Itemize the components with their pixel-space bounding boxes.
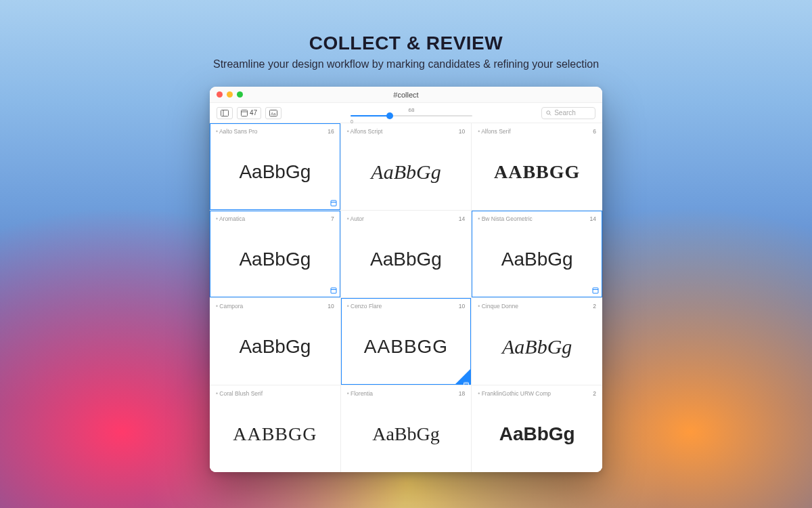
font-cell[interactable]: Aromatica7AaBbGg	[210, 211, 340, 297]
font-cell-header: Alfons Script10	[342, 124, 471, 135]
font-cell-header: Autor14	[342, 211, 471, 222]
font-cell-header: Alfons Serif6	[472, 124, 602, 135]
minimize-button[interactable]	[227, 91, 233, 98]
font-cell-header: Aromatica7	[210, 211, 340, 222]
font-cell[interactable]: Autor14AaBbGg	[341, 211, 472, 297]
svg-rect-0	[221, 110, 229, 116]
font-preview: AaBbGg	[472, 397, 602, 471]
font-cell[interactable]: FranklinGothic URW Comp2AaBbGg	[472, 385, 602, 472]
glyph-icon: Aa	[269, 110, 277, 117]
font-style-count: 10	[328, 303, 334, 310]
search-input[interactable]	[554, 109, 591, 117]
traffic-lights	[210, 91, 243, 98]
font-cell[interactable]: Aalto Sans Pro16AaBbGg	[210, 123, 340, 210]
font-preview: AaBbGg	[342, 135, 471, 209]
svg-rect-14	[464, 383, 469, 387]
font-cell[interactable]: Alfons Serif6AABBGG	[472, 123, 602, 210]
font-preview: AaBbGg	[472, 222, 602, 297]
bookmark-icon[interactable]	[592, 287, 599, 294]
window-icon	[241, 110, 248, 117]
search-icon	[546, 110, 551, 117]
font-name: Autor	[347, 215, 364, 222]
font-cell[interactable]: Bw Nista Geometric14AaBbGg	[472, 211, 602, 297]
font-style-count: 14	[590, 215, 596, 222]
font-name: Bw Nista Geometric	[478, 215, 532, 222]
font-cell[interactable]: Coral Blush SerifAABBGG	[210, 385, 340, 472]
sidebar-icon	[221, 110, 229, 117]
svg-rect-10	[331, 288, 336, 293]
font-name: Aromatica	[216, 215, 245, 222]
font-style-count: 16	[328, 128, 334, 135]
slider-value-label: 68	[409, 108, 415, 113]
font-name: Cinque Donne	[478, 303, 518, 310]
maximize-button[interactable]	[237, 91, 243, 98]
font-cell[interactable]: Cenzo Flare10AABBGG	[341, 298, 472, 385]
font-name: Alfons Serif	[478, 128, 510, 135]
headline-title: COLLECT & REVIEW	[213, 33, 599, 54]
svg-rect-8	[331, 200, 336, 206]
font-cell-header: Cinque Donne2	[472, 299, 602, 310]
font-preview: AaBbGg	[342, 397, 471, 471]
font-cell[interactable]: Alfons Script10AaBbGg	[341, 123, 472, 210]
svg-rect-12	[593, 288, 598, 293]
window-titlebar[interactable]: #collect	[210, 87, 602, 103]
font-name: Alfons Script	[347, 128, 383, 135]
close-button[interactable]	[217, 91, 223, 98]
font-style-count: 6	[593, 128, 596, 135]
svg-text:Aa: Aa	[271, 111, 276, 115]
svg-rect-2	[242, 110, 248, 116]
font-name: FranklinGothic URW Comp	[478, 390, 551, 397]
svg-point-6	[547, 110, 550, 114]
marketing-headline: COLLECT & REVIEW Streamline your design …	[213, 33, 599, 70]
font-preview: AaBbGg	[210, 135, 340, 209]
font-preview: AaBbGg	[210, 310, 340, 384]
font-cell-header: Aalto Sans Pro16	[210, 124, 340, 135]
font-cell-header: Coral Blush Serif	[210, 386, 340, 397]
font-style-count: 2	[593, 303, 596, 310]
font-style-count: 10	[459, 303, 465, 310]
font-cell-header: Campora10	[210, 299, 340, 310]
font-style-count: 18	[459, 390, 465, 397]
font-cell-header: FranklinGothic URW Comp2	[472, 386, 602, 397]
glyph-button[interactable]: Aa	[265, 107, 281, 119]
window-title: #collect	[210, 91, 602, 99]
svg-line-7	[549, 114, 551, 115]
sidebar-toggle-button[interactable]	[217, 107, 233, 119]
font-name: Coral Blush Serif	[216, 390, 263, 397]
bookmark-icon[interactable]	[330, 287, 337, 294]
font-preview: AABBGG	[210, 397, 340, 471]
font-preview: AaBbGg	[472, 310, 602, 384]
font-cell-header: Cenzo Flare10	[342, 299, 471, 310]
font-style-count: 10	[459, 128, 465, 135]
font-preview: AABBGG	[472, 135, 602, 209]
slider-thumb[interactable]	[386, 112, 393, 119]
bookmark-icon[interactable]	[464, 378, 469, 383]
font-preview: AaBbGg	[210, 222, 340, 297]
font-name: Cenzo Flare	[347, 303, 382, 310]
font-style-count: 7	[331, 215, 334, 222]
font-style-count: 14	[459, 215, 465, 222]
size-slider[interactable]: 0	[351, 113, 472, 119]
font-preview: AABBGG	[342, 310, 471, 384]
toolbar: 47 Aa 68 0	[210, 103, 602, 123]
font-name: Campora	[216, 303, 243, 310]
font-preview: AaBbGg	[342, 222, 471, 297]
font-cell-header: Bw Nista Geometric14	[472, 211, 602, 222]
headline-subtitle: Streamline your design workflow by marki…	[213, 58, 599, 70]
font-count: 47	[250, 109, 257, 117]
font-cell[interactable]: Florentia18AaBbGg	[341, 385, 472, 472]
font-cell-header: Florentia18	[342, 386, 471, 397]
font-style-count: 2	[593, 390, 596, 397]
bookmark-icon[interactable]	[330, 200, 337, 207]
font-grid: Aalto Sans Pro16AaBbGgAlfons Script10AaB…	[210, 123, 602, 472]
font-cell[interactable]: Cinque Donne2AaBbGg	[472, 298, 602, 385]
font-name: Aalto Sans Pro	[216, 128, 258, 135]
search-field[interactable]	[541, 107, 595, 119]
font-name: Florentia	[347, 390, 373, 397]
size-slider-group: 68 0	[351, 108, 472, 119]
app-window: #collect 47 Aa 68 0 Aalto Sans P	[210, 87, 602, 472]
font-cell[interactable]: Campora10AaBbGg	[210, 298, 340, 385]
view-count-button[interactable]: 47	[237, 107, 261, 119]
